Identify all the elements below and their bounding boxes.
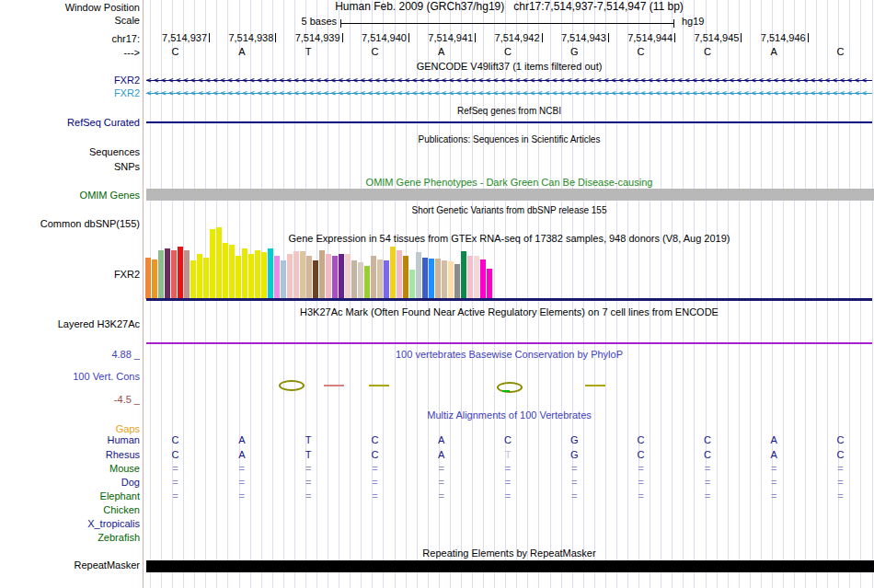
gencode-track-title[interactable]: GENCODE V49lift37 (1 items filtered out) [146,61,872,73]
multiz-alignment-cell: T [305,434,312,445]
gtex-tissue-bar[interactable] [377,259,383,299]
gtex-tissue-bar[interactable] [190,260,196,299]
gencode-gene-label-fxr2-1[interactable]: FXR2 [114,75,140,86]
omim-genes-label[interactable]: OMIM Genes [80,190,140,202]
gtex-tissue-bar[interactable] [287,254,293,299]
gtex-tissue-bar[interactable] [242,248,247,299]
gtex-tissue-bar[interactable] [474,256,479,299]
phylop-track-title[interactable]: 100 vertebrates Basewise Conservation by… [146,349,872,361]
phylop-track-label[interactable]: 100 Vert. Cons [73,371,140,383]
gtex-tissue-bar[interactable] [397,250,402,299]
gtex-tissue-bar[interactable] [487,269,492,299]
gtex-tissue-bar[interactable] [152,259,157,299]
gtex-tissue-bar[interactable] [313,260,318,299]
gtex-tissue-bar[interactable] [216,227,222,299]
gtex-tissue-bar[interactable] [435,259,441,299]
refseq-track-title[interactable]: RefSeq genes from NCBI [146,105,872,117]
gtex-tissue-bar[interactable] [229,245,235,299]
snps-label[interactable]: SNPs [114,161,140,173]
h3k27ac-track-line[interactable] [146,342,872,344]
ruler-tick [408,33,409,42]
gtex-tissue-bar[interactable] [364,266,370,299]
refseq-curated-track-line[interactable] [146,121,872,123]
gtex-tissue-bar[interactable] [448,261,454,299]
repeatmasker-label[interactable]: RepeatMasker [74,559,140,571]
gtex-tissue-bar[interactable] [171,250,177,299]
gtex-tissue-bar[interactable] [371,256,376,299]
scale-bases-text: 5 bases [301,16,337,28]
layered-h3k27ac-label[interactable]: Layered H3K27Ac [58,318,140,330]
multiz-track-title[interactable]: Multiz Alignments of 100 Vertebrates [146,409,872,421]
gtex-tissue-bar[interactable] [223,243,228,299]
gtex-tissue-bar[interactable] [467,256,473,299]
phylop-mark-dash [585,385,605,386]
multiz-species-label-x_tropicalis[interactable]: X_tropicalis [87,518,140,530]
gtex-tissue-bar[interactable] [416,252,421,299]
gtex-tissue-bar[interactable] [261,252,267,299]
ruler-tick [475,33,476,42]
gtex-tissue-bar[interactable] [480,259,486,299]
gtex-tissue-bar[interactable] [248,254,254,299]
gencode-gene-label-fxr2-2[interactable]: FXR2 [114,87,140,99]
gtex-gene-label[interactable]: FXR2 [114,269,140,281]
gtex-tissue-bar[interactable] [306,256,312,299]
repeatmasker-bar[interactable] [146,560,874,572]
gtex-tissue-bar[interactable] [429,259,434,299]
gtex-tissue-bar[interactable] [236,256,241,299]
gtex-tissue-bar[interactable] [351,260,357,299]
multiz-alignment-cell: = [705,477,710,488]
dbsnp-track-title[interactable]: Short Genetic Variants from dbSNP releas… [146,204,872,216]
gtex-tissue-bar[interactable] [384,260,389,299]
gtex-tissue-bar[interactable] [210,229,215,299]
multiz-species-label-rhesus[interactable]: Rhesus [106,449,140,461]
gtex-tissue-bar[interactable] [197,254,202,299]
phylop-max-value-label: 4.88 _ [111,349,140,361]
gtex-tissue-bar[interactable] [274,256,280,299]
gtex-tissue-bar[interactable] [345,254,351,299]
gtex-tissue-bar[interactable] [454,264,460,299]
gtex-tissue-bar[interactable] [403,256,408,299]
gtex-tissue-bar[interactable] [300,251,305,299]
gtex-tissue-bar[interactable] [442,260,447,299]
gtex-tissue-bar[interactable] [358,262,363,299]
gtex-tissue-bar[interactable] [390,247,396,299]
h3k27ac-track-title[interactable]: H3K27Ac Mark (Often Found Near Active Re… [146,306,872,318]
ruler-position-number: 7,514,946 [761,32,806,43]
gtex-tissue-bar[interactable] [255,250,260,299]
omim-genes-bar[interactable] [146,189,874,201]
multiz-alignment-cell: C [837,434,845,445]
gtex-tissue-bar[interactable] [332,256,338,299]
gtex-tissue-bar[interactable] [268,248,273,299]
gtex-tissue-bar[interactable] [184,250,190,299]
multiz-species-label-elephant[interactable]: Elephant [100,490,140,502]
multiz-alignment-cell: A [238,449,245,460]
gtex-tissue-bar[interactable] [461,251,466,299]
ruler-position-number: 7,514,940 [362,32,407,43]
repeatmasker-track-title[interactable]: Repeating Elements by RepeatMasker [146,548,872,559]
gtex-tissue-bar[interactable] [145,258,151,299]
refseq-curated-label[interactable]: RefSeq Curated [67,117,140,129]
multiz-alignment-cell: C [371,434,378,445]
multiz-species-label-chicken[interactable]: Chicken [103,504,140,516]
gtex-tissue-bar[interactable] [339,254,344,299]
gtex-tissue-bar[interactable] [158,250,164,299]
multiz-species-label-zebrafish[interactable]: Zebrafish [98,532,140,544]
gtex-tissue-bar[interactable] [293,251,299,299]
gtex-tissue-bar[interactable] [165,248,170,299]
gtex-tissue-bar[interactable] [203,258,209,299]
common-dbsnp-label[interactable]: Common dbSNP(155) [40,218,140,230]
sequences-label[interactable]: Sequences [89,146,140,158]
omim-track-title[interactable]: OMIM Gene Phenotypes - Dark Green Can Be… [146,177,872,189]
gtex-tissue-bar[interactable] [281,260,286,299]
multiz-species-label-human[interactable]: Human [108,434,140,446]
gtex-tissue-bar[interactable] [422,258,428,299]
gtex-track-title[interactable]: Gene Expression in 54 tissues from GTEx … [146,233,872,245]
multiz-species-label-dog[interactable]: Dog [121,477,140,489]
gtex-tissue-bar[interactable] [178,247,183,299]
gtex-tissue-bar[interactable] [326,254,331,299]
gtex-tissue-bar[interactable] [319,250,325,299]
dna-base: C [172,46,179,57]
publications-track-title[interactable]: Publications: Sequences in Scientific Ar… [146,133,872,145]
gtex-tissue-bar[interactable] [409,270,415,299]
multiz-species-label-mouse[interactable]: Mouse [109,463,140,475]
